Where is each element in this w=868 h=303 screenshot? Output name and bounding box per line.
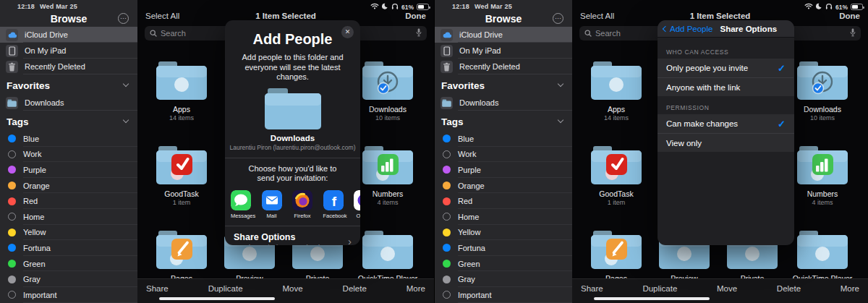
sidebar-tag-blue[interactable]: Blue <box>0 131 137 147</box>
sidebar-tag-red[interactable]: Red <box>435 193 572 209</box>
folder-item-goodtask[interactable]: GoodTask1 item <box>582 145 650 206</box>
divider <box>23 110 137 111</box>
sidebar-tag-important[interactable]: Important <box>0 287 137 303</box>
modal-title: Add People <box>225 31 360 48</box>
sidebar-tag-green[interactable]: Green <box>0 256 137 272</box>
ipad-icon <box>6 45 18 57</box>
chevron-down-icon <box>123 117 129 123</box>
folder-item-apps[interactable]: Apps14 items <box>148 61 216 121</box>
sidebar-tag-blue[interactable]: Blue <box>435 131 572 147</box>
tag-label: Yellow <box>458 228 480 236</box>
tag-label: Fortuna <box>23 244 51 252</box>
divider <box>23 74 137 74</box>
wifi-icon <box>370 3 379 11</box>
home-indicator[interactable] <box>159 297 275 300</box>
share-app-facebook[interactable]: fFacebook <box>323 190 344 219</box>
sidebar-tag-home[interactable]: Home <box>435 209 572 225</box>
status-date: Wed Mar 25 <box>475 3 512 10</box>
sidebar-item-recently-deleted[interactable]: Recently Deleted <box>0 59 137 74</box>
share-app-opera[interactable]: Opera <box>354 190 360 219</box>
tag-label: Orange <box>23 182 50 190</box>
share-app-firefox[interactable]: Firefox <box>292 190 312 219</box>
more-button[interactable]: More <box>841 284 859 303</box>
duplicate-button[interactable]: Duplicate <box>642 284 677 303</box>
sidebar-tag-purple[interactable]: Purple <box>0 162 137 178</box>
sidebar-tags: BlueWorkPurpleOrangeRedHomeYellowFortuna… <box>0 131 137 303</box>
sidebar-tag-gray[interactable]: Gray <box>435 271 572 287</box>
sidebar-item-icloud-drive[interactable]: iCloud Drive <box>0 27 137 43</box>
sidebar-item-recently-deleted[interactable]: Recently Deleted <box>435 59 572 74</box>
option-view-only[interactable]: View only✓ <box>658 133 794 152</box>
share-options-row[interactable]: Share Options People you invite can make… <box>225 226 360 246</box>
sidebar-item-on-my-ipad[interactable]: On My iPad <box>0 43 137 59</box>
popover-arrow <box>359 74 360 84</box>
folder-item-numbers[interactable]: Numbers4 items <box>354 145 422 206</box>
tag-label: Important <box>23 291 56 299</box>
share-app-label: Facebook <box>323 213 344 219</box>
option-only-people-you-invite[interactable]: Only people you invite✓ <box>658 59 794 77</box>
close-button[interactable]: ✕ <box>341 26 354 38</box>
sidebar-more-button[interactable]: ··· <box>553 13 563 24</box>
move-button[interactable]: Move <box>717 284 737 303</box>
tags-label: Tags <box>7 116 29 127</box>
favorites-section-header[interactable]: Favorites <box>0 76 137 95</box>
sidebar-tag-orange[interactable]: Orange <box>435 178 572 194</box>
home-indicator[interactable] <box>594 297 710 300</box>
tags-section-header[interactable]: Tags <box>435 112 572 131</box>
tags-section-header[interactable]: Tags <box>0 112 137 131</box>
folder-item-numbers[interactable]: Numbers4 items <box>788 145 856 206</box>
sidebar-tag-important[interactable]: Important <box>435 287 572 303</box>
back-button[interactable]: Add People <box>663 25 712 33</box>
sidebar-tag-yellow[interactable]: Yellow <box>435 225 572 241</box>
sidebar-item-icloud-drive[interactable]: iCloud Drive <box>435 27 572 43</box>
status-time: 12:18 <box>452 3 469 10</box>
sidebar-tag-yellow[interactable]: Yellow <box>0 225 137 241</box>
chevron-left-icon <box>663 26 668 32</box>
folder-item-goodtask[interactable]: GoodTask1 item <box>148 145 216 206</box>
sidebar-tag-work[interactable]: Work <box>0 147 137 163</box>
more-button[interactable]: More <box>407 284 425 303</box>
share-button[interactable]: Share <box>146 284 169 303</box>
share-app-mail[interactable]: Mail <box>262 190 282 219</box>
delete-button[interactable]: Delete <box>343 284 367 303</box>
tag-color-icon <box>443 182 451 189</box>
sidebar-tag-home[interactable]: Home <box>0 209 137 225</box>
sidebar-item-downloads[interactable]: Downloads <box>0 95 137 111</box>
battery-percent: 61% <box>835 4 848 11</box>
sidebar-tag-red[interactable]: Red <box>0 193 137 209</box>
sidebar-tag-green[interactable]: Green <box>435 256 572 272</box>
side-by-side-screenshots: 12:18 Wed Mar 25 Browse ··· iCloud Drive… <box>0 0 868 303</box>
share-button[interactable]: Share <box>581 284 603 303</box>
duplicate-button[interactable]: Duplicate <box>208 284 243 303</box>
move-button[interactable]: Move <box>283 284 303 303</box>
tag-color-icon <box>443 150 451 158</box>
sidebar-more-button[interactable]: ··· <box>118 13 129 24</box>
sidebar-item-downloads[interactable]: Downloads <box>435 95 572 111</box>
sidebar-tag-gray[interactable]: Gray <box>0 271 137 287</box>
folder-item-downloads[interactable]: Downloads10 items <box>354 61 422 121</box>
tag-color-icon <box>8 166 16 174</box>
sidebar-tag-fortuna[interactable]: Fortuna <box>0 240 137 256</box>
sidebar-tag-purple[interactable]: Purple <box>435 162 572 178</box>
folder-name: Apps <box>582 105 650 114</box>
option-can-make-changes[interactable]: Can make changes✓ <box>658 114 794 133</box>
svg-text:f: f <box>331 194 336 209</box>
delete-button[interactable]: Delete <box>777 284 801 303</box>
sidebar-tag-fortuna[interactable]: Fortuna <box>435 240 572 256</box>
option-anyone-with-the-link[interactable]: Anyone with the link✓ <box>658 77 794 96</box>
tag-label: Blue <box>458 135 474 143</box>
folder-item-downloads[interactable]: Downloads10 items <box>788 61 856 121</box>
folder-icon <box>148 61 216 104</box>
sidebar-title: Browse <box>435 13 572 25</box>
tag-color-icon <box>8 244 16 252</box>
favorites-section-header[interactable]: Favorites <box>435 76 572 95</box>
status-bar-right: 61% <box>804 3 863 11</box>
share-app-messages[interactable]: Messages <box>231 190 251 219</box>
sidebar-tag-work[interactable]: Work <box>435 147 572 163</box>
tag-color-icon <box>8 150 16 158</box>
sidebar-item-on-my-ipad[interactable]: On My iPad <box>435 43 572 59</box>
folder-item-apps[interactable]: Apps14 items <box>582 61 650 121</box>
sidebar-item-label: iCloud Drive <box>459 30 503 39</box>
sidebar-tag-orange[interactable]: Orange <box>0 178 137 194</box>
tag-label: Home <box>23 213 44 221</box>
